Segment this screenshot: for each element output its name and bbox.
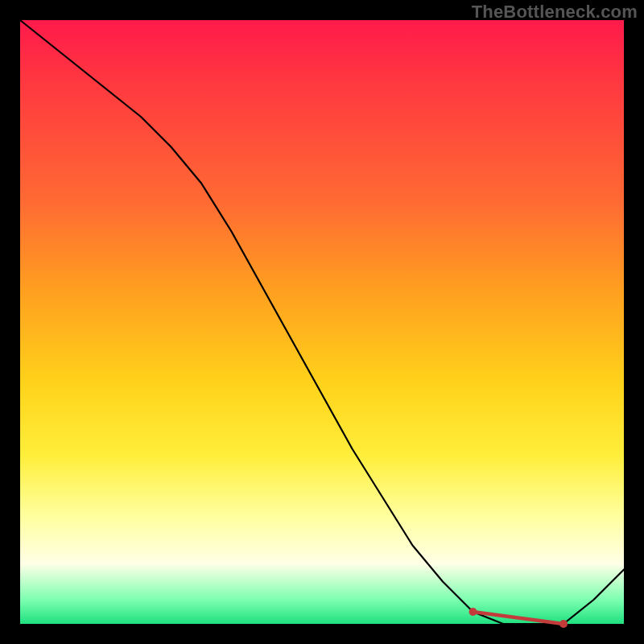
plot-area xyxy=(20,20,624,624)
optimal-end-dot xyxy=(559,620,568,628)
bottleneck-curve xyxy=(20,20,624,624)
chart-svg xyxy=(20,20,624,624)
chart-stage: TheBottleneck.com xyxy=(0,0,644,644)
optimal-start-dot xyxy=(469,608,477,616)
